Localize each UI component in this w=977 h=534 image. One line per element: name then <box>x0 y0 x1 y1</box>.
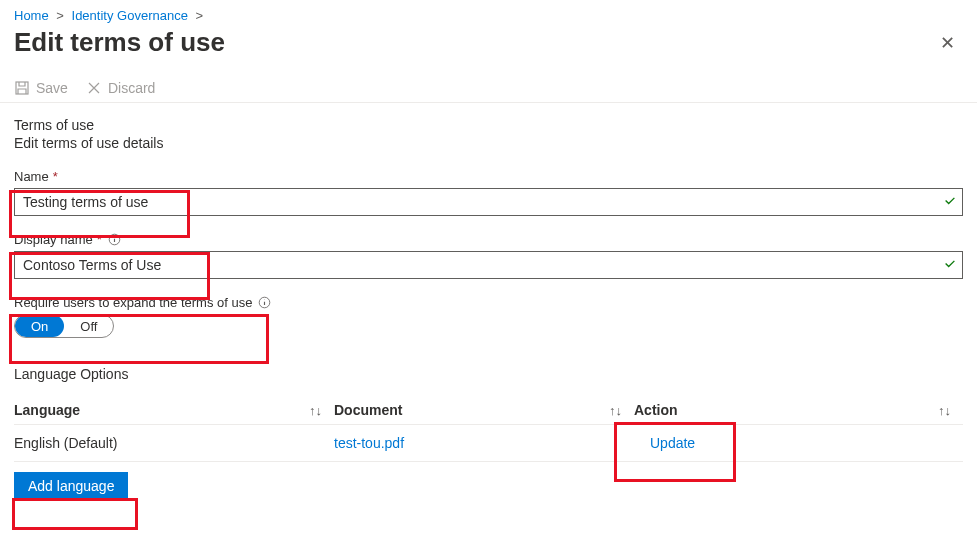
required-asterisk: * <box>97 232 102 247</box>
page-title: Edit terms of use <box>14 27 225 58</box>
require-expand-label: Require users to expand the terms of use <box>14 295 963 310</box>
require-expand-toggle[interactable]: On Off <box>14 314 114 338</box>
display-name-label-text: Display name <box>14 232 93 247</box>
close-icon[interactable]: ✕ <box>932 28 963 58</box>
discard-label: Discard <box>108 80 155 96</box>
update-link[interactable]: Update <box>650 435 695 451</box>
section-subtitle: Edit terms of use details <box>14 135 963 151</box>
save-label: Save <box>36 80 68 96</box>
language-options-section: Language Options Language ↑↓ Document ↑↓… <box>14 366 963 500</box>
breadcrumb: Home > Identity Governance > <box>0 0 977 27</box>
display-name-label: Display name* <box>14 232 963 247</box>
chevron-right-icon: > <box>196 8 204 23</box>
chevron-right-icon: > <box>56 8 64 23</box>
name-input[interactable] <box>14 188 963 216</box>
toolbar: Save Discard <box>0 74 977 103</box>
save-button[interactable]: Save <box>14 80 68 96</box>
document-link[interactable]: test-tou.pdf <box>334 435 404 451</box>
cell-language: English (Default) <box>14 435 334 451</box>
toggle-on[interactable]: On <box>15 315 64 337</box>
sort-icon: ↑↓ <box>609 403 622 418</box>
check-icon <box>943 194 957 211</box>
display-name-field: Display name* <box>14 232 963 279</box>
language-options-title: Language Options <box>14 366 963 382</box>
check-icon <box>943 257 957 274</box>
add-language-button[interactable]: Add language <box>14 472 128 500</box>
breadcrumb-home[interactable]: Home <box>14 8 49 23</box>
name-label-text: Name <box>14 169 49 184</box>
save-icon <box>14 80 30 96</box>
table-header: Language ↑↓ Document ↑↓ Action ↑↓ <box>14 396 963 425</box>
sort-icon: ↑↓ <box>309 403 322 418</box>
breadcrumb-identity-governance[interactable]: Identity Governance <box>72 8 188 23</box>
sort-icon: ↑↓ <box>938 403 951 418</box>
table-row: English (Default) test-tou.pdf Update <box>14 425 963 462</box>
display-name-input[interactable] <box>14 251 963 279</box>
col-header-document-text: Document <box>334 402 402 418</box>
col-header-language[interactable]: Language ↑↓ <box>14 402 334 418</box>
name-field: Name* <box>14 169 963 216</box>
toggle-off[interactable]: Off <box>64 315 113 337</box>
content: Terms of use Edit terms of use details N… <box>0 103 977 500</box>
page-header: Edit terms of use ✕ <box>0 27 977 74</box>
discard-button[interactable]: Discard <box>86 80 155 96</box>
info-icon[interactable] <box>258 296 271 309</box>
info-icon[interactable] <box>108 233 121 246</box>
section-title: Terms of use <box>14 117 963 133</box>
require-expand-label-text: Require users to expand the terms of use <box>14 295 252 310</box>
discard-icon <box>86 80 102 96</box>
col-header-language-text: Language <box>14 402 80 418</box>
language-table: Language ↑↓ Document ↑↓ Action ↑↓ Englis… <box>14 396 963 462</box>
name-label: Name* <box>14 169 963 184</box>
required-asterisk: * <box>53 169 58 184</box>
require-expand-field: Require users to expand the terms of use… <box>14 295 963 338</box>
col-header-document[interactable]: Document ↑↓ <box>334 402 634 418</box>
col-header-action[interactable]: Action ↑↓ <box>634 402 963 418</box>
col-header-action-text: Action <box>634 402 678 418</box>
